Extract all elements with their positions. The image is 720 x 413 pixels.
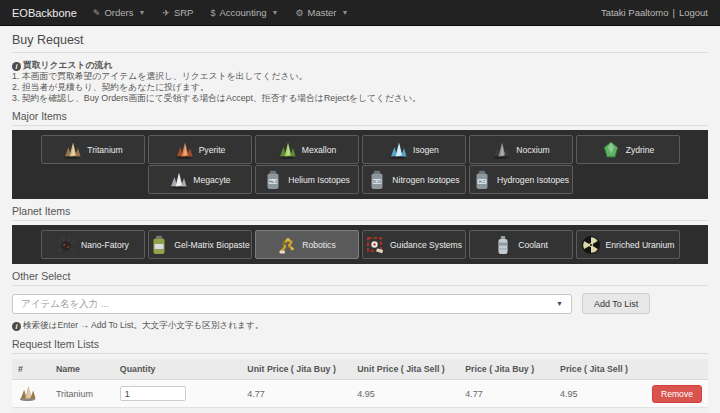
instruction-step: 3. 契約を確認し、Buy Orders画面にて受領する場合はAccept、拒否… — [12, 93, 708, 104]
item-button-nocxium[interactable]: Nocxium — [469, 135, 573, 164]
item-name-cell: Pyerite — [50, 408, 114, 413]
caret-down-icon: ▼ — [271, 9, 278, 16]
item-button-hydrogen-isotopes[interactable]: H-2Hydrogen Isotopes — [469, 165, 573, 194]
request-items-table: #NameQuantityUnit Price ( Jita Buy )Unit… — [12, 359, 708, 413]
major-items-strip: TritaniumPyeriteMexallonIsogenNocxiumZyd… — [12, 130, 708, 199]
add-to-list-button[interactable]: Add To List — [582, 293, 650, 314]
quantity-input[interactable] — [120, 386, 186, 401]
navbar-user-area: Tataki Paaltomo | Logout — [601, 7, 708, 18]
pyerite-icon — [174, 140, 194, 160]
planet-items-strip: Nano-FatoryGel-Matrix BiopasteRoboticsGu… — [12, 225, 708, 264]
helium-isotopes-icon: He-3 — [263, 170, 283, 190]
item-name-cell: Tritanium — [50, 380, 114, 408]
column-header-price-jita-sell: Price ( Jita Sell ) — [554, 359, 646, 380]
nav-item-srp[interactable]: ✈SRP — [162, 7, 193, 18]
other-select-heading: Other Select — [12, 270, 708, 286]
item-button-gel-matrix-biopaste[interactable]: Gel-Matrix Biopaste — [148, 230, 252, 259]
item-button-label: Enriched Uranium — [606, 240, 675, 250]
instruction-step: 2. 担当者が見積もり、契約をあなたに投げます。 — [12, 82, 708, 93]
hydrogen-isotopes-icon: H-2 — [472, 170, 492, 190]
chevron-down-icon[interactable]: ▼ — [556, 300, 571, 307]
item-button-label: Robotics — [302, 240, 335, 250]
item-button-label: Helium Isotopes — [288, 175, 350, 185]
item-button-robotics[interactable]: Robotics — [255, 230, 359, 259]
price-jita-sell-cell: 4.01 — [554, 408, 646, 413]
coolant-icon — [493, 235, 513, 255]
item-button-label: Nano-Fatory — [81, 240, 129, 250]
item-button-helium-isotopes[interactable]: He-3Helium Isotopes — [255, 165, 359, 194]
megacyte-icon — [168, 170, 188, 190]
logout-link[interactable]: Logout — [679, 7, 708, 18]
isogen-icon — [388, 140, 408, 160]
column-header-quantity: Quantity — [114, 359, 242, 380]
table-row-tritanium: Tritanium4.774.954.774.95Remove — [12, 380, 708, 408]
item-button-zydrine[interactable]: Zydrine — [576, 135, 680, 164]
gel-matrix-biopaste-icon — [149, 235, 169, 255]
search-help-text: i検索後はEnter → Add To List。大文字小文字も区別されます。 — [12, 320, 708, 332]
item-button-tritanium[interactable]: Tritanium — [41, 135, 145, 164]
item-button-label: Megacyte — [193, 175, 230, 185]
item-button-label: Gel-Matrix Biopaste — [174, 240, 249, 250]
item-button-megacyte[interactable]: Megacyte — [148, 165, 252, 194]
instruction-step: 1. 本画面で買取希望のアイテムを選択し、リクエストを出してください。 — [12, 71, 708, 82]
item-button-isogen[interactable]: Isogen — [362, 135, 466, 164]
guidance-systems-icon — [365, 235, 385, 255]
item-button-label: Zydrine — [626, 145, 655, 155]
svg-text:N-14: N-14 — [373, 179, 381, 183]
price-jita-buy-cell: 4.77 — [459, 380, 554, 408]
nocxium-icon — [491, 140, 511, 160]
item-button-label: Tritanium — [87, 145, 123, 155]
info-icon: i — [12, 322, 21, 331]
svg-text:H-2: H-2 — [479, 179, 485, 183]
nav-item-accounting[interactable]: $Accounting▼ — [210, 7, 278, 18]
item-button-label: Isogen — [413, 145, 439, 155]
item-button-label: Hydrogen Isotopes — [497, 175, 569, 185]
dollar-icon: $ — [210, 8, 215, 18]
tritanium-icon — [62, 140, 82, 160]
unit-price-jita-buy-cell: 3.78 — [241, 408, 351, 413]
edit-icon: ✎ — [93, 8, 101, 18]
user-name-link[interactable]: Tataki Paaltomo — [601, 7, 669, 18]
zydrine-icon — [601, 140, 621, 160]
gear-icon: ⚙ — [295, 8, 303, 18]
enriched-uranium-icon — [581, 235, 601, 255]
item-search-input[interactable] — [13, 298, 556, 309]
column-header-name: Name — [50, 359, 114, 380]
request-list-heading: Request Item Lists — [12, 338, 708, 354]
item-button-label: Pyerite — [199, 145, 226, 155]
item-button-guidance-systems[interactable]: Guidance Systems — [362, 230, 466, 259]
item-button-mexallon[interactable]: Mexallon — [255, 135, 359, 164]
unit-price-jita-buy-cell: 4.77 — [241, 380, 351, 408]
mexallon-icon — [277, 140, 297, 160]
item-search-combobox: ▼ — [12, 294, 572, 314]
nav-item-master[interactable]: ⚙Master▼ — [295, 7, 348, 18]
column-header-unit-price-jita-buy: Unit Price ( Jita Buy ) — [241, 359, 351, 380]
info-icon: i — [12, 62, 21, 71]
item-button-nano-fatory[interactable]: Nano-Fatory — [41, 230, 145, 259]
nav-item-orders[interactable]: ✎Orders▼ — [93, 7, 146, 18]
major-items-heading: Major Items — [12, 110, 708, 126]
nano-fatory-icon — [56, 235, 76, 255]
price-jita-buy-cell: 3.78 — [459, 408, 554, 413]
item-button-enriched-uranium[interactable]: Enriched Uranium — [576, 230, 680, 259]
other-select-row: ▼ Add To List — [12, 293, 708, 314]
page-title: Buy Request — [12, 33, 708, 53]
app-brand[interactable]: EOBackbone — [12, 7, 77, 19]
item-button-label: Mexallon — [302, 145, 336, 155]
item-button-label: Guidance Systems — [390, 240, 462, 250]
item-button-nitrogen-isotopes[interactable]: N-14Nitrogen Isotopes — [362, 165, 466, 194]
navbar: EOBackbone ✎Orders▼✈SRP$Accounting▼⚙Mast… — [0, 0, 720, 26]
price-jita-sell-cell: 4.95 — [554, 380, 646, 408]
caret-down-icon: ▼ — [138, 9, 145, 16]
remove-button[interactable]: Remove — [652, 385, 702, 403]
item-button-label: Nocxium — [516, 145, 549, 155]
item-button-pyerite[interactable]: Pyerite — [148, 135, 252, 164]
item-button-label: Coolant — [518, 240, 548, 250]
item-button-label: Nitrogen Isotopes — [392, 175, 459, 185]
instructions-heading: i買取リクエストの流れ — [12, 60, 708, 71]
column-header-actions — [646, 359, 708, 380]
plane-icon: ✈ — [162, 8, 170, 18]
planet-items-heading: Planet Items — [12, 205, 708, 221]
item-button-coolant[interactable]: Coolant — [469, 230, 573, 259]
unit-price-jita-sell-cell: 4.01 — [351, 408, 459, 413]
